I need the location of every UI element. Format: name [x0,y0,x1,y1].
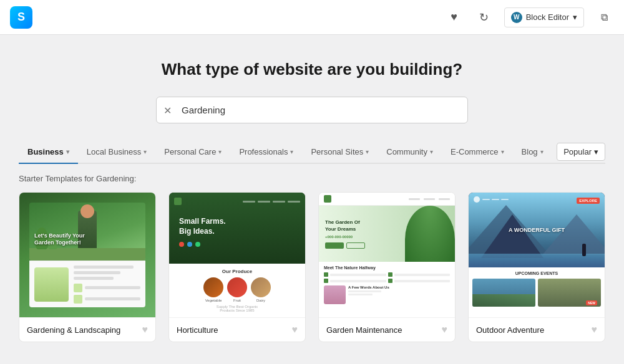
template-grid: Let's Beautify YourGarden Together! [19,192,605,342]
wp-icon: W [511,12,522,23]
tab-personal-care[interactable]: Personal Care ▾ [155,141,230,164]
sort-label: Popular [563,147,592,156]
tab-personal-sites[interactable]: Personal Sites ▾ [302,141,378,164]
chevron-down-icon: ▾ [540,148,544,155]
template-card-gardening-landscaping[interactable]: Let's Beautify YourGarden Together! [19,192,156,342]
sort-dropdown[interactable]: Popular ▾ [557,143,605,161]
tab-local-business[interactable]: Local Business ▾ [78,141,155,164]
chevron-down-icon: ▾ [501,148,504,155]
tab-personal-care-label: Personal Care [164,147,216,156]
filter-bar: Business ▾ Local Business ▾ Personal Car… [19,141,605,164]
tab-business-label: Business [27,147,64,156]
template-name-2: Horticulture [177,325,218,335]
tab-community-label: Community [386,147,427,156]
template-thumbnail-4: A WONDERFUL GIFT EXPLORE [469,193,605,317]
block-editor-button[interactable]: W Block Editor ▾ [504,7,584,27]
chevron-down-icon: ▾ [218,148,222,155]
page-title: What type of website are you building? [19,60,605,79]
chevron-down-icon: ▾ [366,148,369,155]
sort-chevron-icon: ▾ [594,147,598,156]
logo[interactable]: S [10,6,32,29]
heart-icon[interactable]: ♥ [444,7,464,27]
external-link-icon[interactable]: ⧉ [594,7,614,27]
template-thumbnail-1: Let's Beautify YourGarden Together! [19,193,155,317]
template-footer-1: Gardening & Landscaping ♥ [19,317,155,342]
template-footer-2: Horticulture ♥ [169,317,305,342]
template-card-garden-maintenance[interactable]: The Garden OfYour Dreams +000-000-00000 … [318,192,456,342]
tab-professionals-label: Professionals [239,147,288,156]
tab-blog[interactable]: Blog ▾ [513,141,552,164]
template-name-4: Outdoor Adventure [476,325,544,335]
tab-ecommerce[interactable]: E-Commerce ▾ [442,141,513,164]
tab-community[interactable]: Community ▾ [378,141,442,164]
block-editor-label: Block Editor [526,12,569,22]
template-thumbnail-2: Small Farms.Big Ideas. Our Produce Veget… [169,193,305,317]
filter-tabs: Business ▾ Local Business ▾ Personal Car… [19,141,552,163]
search-input[interactable] [156,97,468,123]
tab-business[interactable]: Business ▾ [19,141,78,164]
template-name-3: Garden Maintenance [326,325,402,335]
tab-ecommerce-label: E-Commerce [451,147,499,156]
tab-local-business-label: Local Business [87,147,141,156]
chevron-down-icon: ▾ [144,148,147,155]
template-footer-4: Outdoor Adventure ♥ [469,317,605,342]
main-content: What type of website are you building? ✕… [0,35,624,361]
template-name-1: Gardening & Landscaping [27,325,120,335]
favorite-icon-2[interactable]: ♥ [292,324,298,335]
template-card-horticulture[interactable]: Small Farms.Big Ideas. Our Produce Veget… [168,192,306,342]
search-clear-icon[interactable]: ✕ [163,104,172,116]
template-thumbnail-3: The Garden OfYour Dreams +000-000-00000 … [319,193,455,317]
block-editor-chevron: ▾ [573,12,577,22]
tab-professionals[interactable]: Professionals ▾ [230,141,302,164]
favorite-icon-4[interactable]: ♥ [592,324,598,335]
template-card-outdoor-adventure[interactable]: A WONDERFUL GIFT EXPLORE [468,192,605,342]
topbar: S ♥ ↻ W Block Editor ▾ ⧉ [0,0,624,35]
tab-blog-label: Blog [522,147,538,156]
favorite-icon-1[interactable]: ♥ [142,324,149,335]
chevron-down-icon: ▾ [290,148,293,155]
topbar-left: S [10,6,32,29]
tab-personal-sites-label: Personal Sites [311,147,363,156]
refresh-icon[interactable]: ↻ [474,7,494,27]
template-footer-3: Garden Maintenance ♥ [319,317,455,342]
favorite-icon-3[interactable]: ♥ [442,324,448,335]
chevron-down-icon: ▾ [430,148,433,155]
results-label: Starter Templates for Gardening: [19,174,605,183]
chevron-down-icon: ▾ [66,148,69,155]
topbar-right: ♥ ↻ W Block Editor ▾ ⧉ [444,7,614,27]
search-wrapper: ✕ [156,97,468,123]
